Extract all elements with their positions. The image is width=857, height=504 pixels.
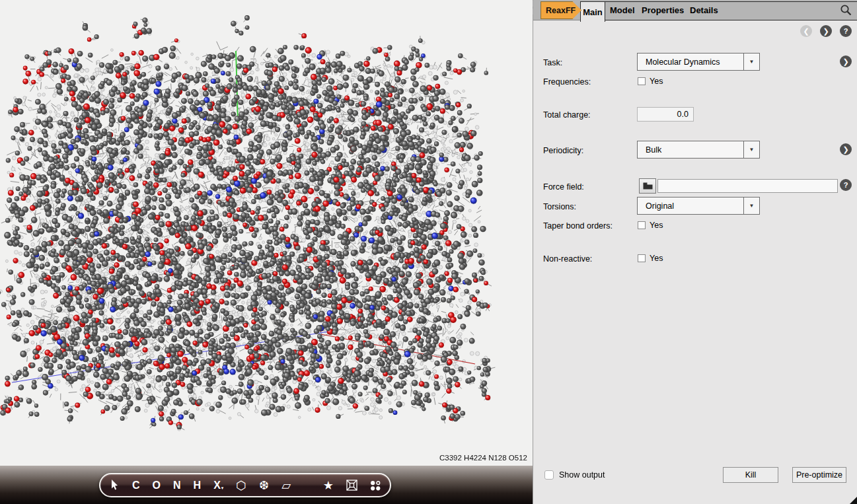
molecule-viewport[interactable]: C3392 H4224 N128 O512 [0,0,533,466]
total-charge-label: Total charge: [543,110,591,120]
task-dropdown[interactable]: Molecular Dynamics ▼ [637,53,760,71]
carbon-tool[interactable]: C [132,480,140,491]
tab-main[interactable]: Main [580,1,605,22]
preoptimize-button[interactable]: Pre-optimize [792,467,846,483]
kill-button[interactable]: Kill [723,467,778,483]
plane-tool-icon[interactable]: ▱ [281,480,291,491]
element-x-label: X [213,480,221,491]
pointer-tool-icon[interactable] [110,480,120,491]
hydrogen-tool[interactable]: H [194,480,202,491]
frequencies-checkbox[interactable] [638,77,646,85]
torsions-dropdown[interactable]: Original ▼ [637,197,760,215]
taper-bond-orders-label: Taper bond orders: [543,221,613,231]
atom-toolbar: C O N H X ▾ ⬡ ❆ ▱ ★ [99,473,391,497]
chevron-down-icon: ▾ [221,486,224,490]
dropdown-arrow-icon: ▼ [743,54,759,70]
force-field-help-button[interactable]: ? [840,179,852,191]
torsions-value: Original [638,201,743,211]
frequencies-label: Frequencies: [543,77,591,87]
nav-forward-button[interactable]: ❯ [820,25,832,37]
task-value: Molecular Dynamics [638,57,743,67]
tab-model[interactable]: Model [610,0,635,20]
tab-bar: Main Model Properties Details ReaxFF [533,0,857,20]
taper-checkbox[interactable] [638,221,646,229]
molecule-canvas[interactable] [0,0,533,466]
module-tab-reaxff[interactable]: ReaxFF [540,1,581,19]
non-reactive-yes-label: Yes [650,254,663,263]
perspective-box-icon[interactable] [346,480,357,491]
non-reactive-checkbox[interactable] [638,254,646,262]
favorites-star-icon[interactable]: ★ [323,480,334,491]
show-output-label: Show output [559,470,605,480]
ams-reaxff-window: C3392 H4224 N128 O512 C O N H X ▾ ⬡ ❆ ▱ … [0,0,857,504]
show-output-checkbox[interactable] [544,470,554,480]
periodicity-dropdown[interactable]: Bulk ▼ [637,141,760,159]
viewport-bottom-bar: C O N H X ▾ ⬡ ❆ ▱ ★ [0,466,533,504]
settings-panel: Main Model Properties Details ReaxFF ❮ ❯… [533,0,857,504]
help-button[interactable]: ? [840,25,852,37]
periodicity-detail-button[interactable]: ❯ [840,143,852,155]
non-reactive-checkbox-row: Yes [638,254,663,263]
force-field-input[interactable] [657,179,838,193]
taper-checkbox-row: Yes [638,221,663,230]
force-field-browse-button[interactable] [639,178,656,194]
frequencies-yes-label: Yes [650,77,663,86]
dropdown-arrow-icon: ▼ [743,141,759,158]
show-output-row: Show output [544,470,605,480]
periodicity-label: Periodicity: [543,146,583,155]
oxygen-tool[interactable]: O [153,480,161,491]
folder-icon [643,182,653,190]
nav-back-button: ❮ [800,25,812,37]
non-reactive-label: Non-reactive: [543,254,592,264]
element-picker-tool[interactable]: X ▾ [213,480,223,491]
search-icon[interactable] [840,4,852,17]
dropdown-arrow-icon: ▼ [743,198,759,214]
periodicity-value: Bulk [638,145,743,155]
task-label: Task: [543,58,562,67]
torsions-label: Torsions: [543,202,576,211]
task-detail-button[interactable]: ❯ [840,55,852,67]
tab-properties[interactable]: Properties [642,0,684,20]
tab-details[interactable]: Details [690,0,718,20]
ring-tool-icon[interactable]: ⬡ [236,480,246,491]
crystal-tool-icon[interactable]: ❆ [259,480,269,491]
force-field-label: Force field: [543,182,584,192]
frequencies-checkbox-row: Yes [638,77,663,86]
total-charge-input[interactable]: 0.0 [637,107,694,122]
atom-style-dots-icon[interactable] [370,480,381,491]
window-resize-grip[interactable] [850,497,857,504]
nitrogen-tool[interactable]: N [173,480,181,491]
taper-yes-label: Yes [650,221,663,230]
formula-label: C3392 H4224 N128 O512 [439,454,527,462]
